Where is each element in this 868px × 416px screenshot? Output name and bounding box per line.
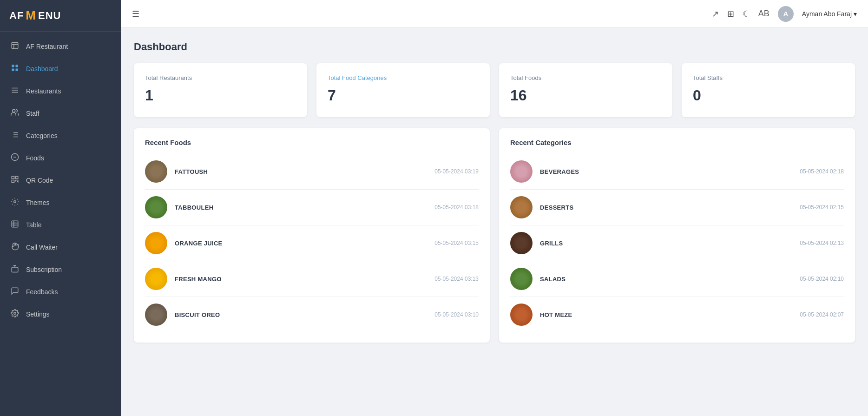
food-name: FATTOUSH bbox=[175, 168, 427, 175]
sidebar-item-label: Themes bbox=[26, 199, 50, 206]
sidebar-item-label: Foods bbox=[26, 154, 44, 162]
page-title: Dashboard bbox=[134, 41, 855, 53]
category-avatar bbox=[510, 196, 533, 218]
svg-rect-4 bbox=[16, 69, 18, 71]
svg-point-19 bbox=[14, 312, 16, 315]
user-name[interactable]: Ayman Abo Faraj ▾ bbox=[802, 10, 857, 18]
category-date: 05-05-2024 02:18 bbox=[800, 168, 844, 175]
recent-categories-title: Recent Categories bbox=[510, 139, 844, 146]
sidebar-item-label: Staff bbox=[26, 110, 39, 117]
sidebar-item-restaurants[interactable]: Restaurants bbox=[0, 80, 121, 102]
table-icon bbox=[10, 220, 20, 230]
category-avatar bbox=[510, 268, 533, 290]
sidebar: AFMENU AF RestaurantDashboardRestaurants… bbox=[0, 0, 121, 416]
svg-point-16 bbox=[14, 201, 16, 203]
sidebar-item-label: QR Code bbox=[26, 177, 53, 184]
category-name: DESSERTS bbox=[540, 204, 792, 211]
svg-rect-1 bbox=[12, 65, 14, 67]
sidebar-item-af-restaurant[interactable]: AF Restaurant bbox=[0, 35, 121, 58]
sidebar-item-label: Restaurants bbox=[26, 87, 61, 95]
sidebar-item-settings[interactable]: Settings bbox=[0, 303, 121, 325]
sidebar-item-staff[interactable]: Staff bbox=[0, 102, 121, 125]
category-name: HOT MEZE bbox=[540, 311, 792, 318]
sidebar-item-categories[interactable]: Categories bbox=[0, 125, 121, 147]
sidebar-item-label: Settings bbox=[26, 310, 50, 318]
recent-foods-card: Recent Foods FATTOUSH 05-05-2024 03:19 T… bbox=[134, 128, 490, 343]
sidebar-item-label: Dashboard bbox=[26, 65, 58, 73]
stat-label-restaurants: Total Restaurants bbox=[145, 74, 296, 81]
header-right: ↗ ⊞ ☾ AB A Ayman Abo Faraj ▾ bbox=[712, 6, 857, 22]
sidebar-item-feedbacks[interactable]: Feedbacks bbox=[0, 281, 121, 303]
category-name: GRILLS bbox=[540, 240, 792, 247]
list-item[interactable]: BEVERAGES 05-05-2024 02:18 bbox=[510, 154, 844, 190]
food-avatar bbox=[145, 160, 167, 183]
stat-card-foods: Total Foods 16 bbox=[499, 63, 672, 117]
stat-card-staffs: Total Staffs 0 bbox=[682, 63, 855, 117]
svg-rect-0 bbox=[12, 42, 18, 49]
sidebar-item-themes[interactable]: Themes bbox=[0, 191, 121, 214]
translate-icon[interactable]: AB bbox=[758, 9, 769, 19]
stat-label-foods: Total Foods bbox=[510, 74, 661, 81]
stat-label-staffs: Total Staffs bbox=[693, 74, 844, 81]
list-item[interactable]: HOT MEZE 05-05-2024 02:07 bbox=[510, 297, 844, 332]
sidebar-item-foods[interactable]: Foods bbox=[0, 147, 121, 169]
food-date: 05-05-2024 03:19 bbox=[434, 168, 479, 175]
svg-rect-15 bbox=[12, 180, 14, 183]
sidebar-item-label: Call Waiter bbox=[26, 244, 58, 251]
logo-enu: ENU bbox=[38, 10, 61, 22]
list-item[interactable]: TABBOULEH 05-05-2024 03:18 bbox=[145, 190, 479, 225]
sidebar-item-table[interactable]: Table bbox=[0, 214, 121, 236]
list-item[interactable]: GRILLS 05-05-2024 02:13 bbox=[510, 225, 844, 261]
stat-value-food_categories: 7 bbox=[328, 87, 479, 104]
list-item[interactable]: SALADS 05-05-2024 02:10 bbox=[510, 261, 844, 297]
sidebar-item-label: Subscription bbox=[26, 266, 62, 273]
table-icon[interactable]: ⊞ bbox=[727, 9, 734, 19]
feedbacks-icon bbox=[10, 287, 20, 297]
dark-mode-icon[interactable]: ☾ bbox=[743, 9, 750, 19]
sidebar-item-dashboard[interactable]: Dashboard bbox=[0, 58, 121, 80]
logo: AFMENU bbox=[0, 0, 121, 32]
list-item[interactable]: DESSERTS 05-05-2024 02:15 bbox=[510, 190, 844, 225]
category-date: 05-05-2024 02:07 bbox=[800, 311, 844, 318]
food-name: FRESH MANGO bbox=[175, 276, 427, 283]
restaurants-icon bbox=[10, 86, 20, 96]
sidebar-item-label: Table bbox=[26, 221, 41, 229]
list-item[interactable]: ORANGE JUICE 05-05-2024 03:15 bbox=[145, 225, 479, 261]
recent-foods-list: FATTOUSH 05-05-2024 03:19 TABBOULEH 05-0… bbox=[145, 154, 479, 332]
svg-rect-3 bbox=[12, 69, 14, 71]
stat-card-food_categories: Total Food Categories 7 bbox=[316, 63, 490, 117]
main-area: ☰ ↗ ⊞ ☾ AB A Ayman Abo Faraj ▾ Dashboard… bbox=[121, 0, 868, 416]
sidebar-item-subscription[interactable]: Subscription bbox=[0, 258, 121, 281]
settings-icon bbox=[10, 309, 20, 319]
list-item[interactable]: BISCUIT OREO 05-05-2024 03:10 bbox=[145, 297, 479, 332]
svg-rect-17 bbox=[12, 221, 18, 227]
recent-foods-title: Recent Foods bbox=[145, 139, 479, 146]
sidebar-item-callwaiter[interactable]: Call Waiter bbox=[0, 236, 121, 258]
header-left: ☰ bbox=[132, 9, 139, 19]
export-icon[interactable]: ↗ bbox=[712, 9, 719, 19]
svg-point-5 bbox=[13, 109, 15, 112]
menu-icon[interactable]: ☰ bbox=[132, 9, 139, 19]
themes-icon bbox=[10, 198, 20, 208]
qrcode-icon bbox=[10, 175, 20, 185]
food-date: 05-05-2024 03:10 bbox=[434, 311, 479, 318]
subscription-icon bbox=[10, 264, 20, 275]
content-area: Dashboard Total Restaurants 1 Total Food… bbox=[121, 28, 868, 416]
dashboard-icon bbox=[10, 64, 20, 74]
sidebar-item-label: AF Restaurant bbox=[26, 43, 68, 50]
foods-icon bbox=[10, 153, 20, 163]
stat-value-foods: 16 bbox=[510, 87, 661, 104]
logo-af: AF bbox=[9, 10, 24, 22]
staff-icon bbox=[10, 108, 20, 119]
food-date: 05-05-2024 03:13 bbox=[434, 276, 479, 282]
recent-categories-list: BEVERAGES 05-05-2024 02:18 DESSERTS 05-0… bbox=[510, 154, 844, 332]
list-item[interactable]: FRESH MANGO 05-05-2024 03:13 bbox=[145, 261, 479, 297]
food-name: ORANGE JUICE bbox=[175, 240, 427, 247]
food-date: 05-05-2024 03:15 bbox=[434, 240, 479, 246]
category-date: 05-05-2024 02:13 bbox=[800, 240, 844, 246]
sidebar-item-qrcode[interactable]: QR Code bbox=[0, 169, 121, 191]
list-item[interactable]: FATTOUSH 05-05-2024 03:19 bbox=[145, 154, 479, 190]
food-name: BISCUIT OREO bbox=[175, 311, 427, 318]
food-avatar bbox=[145, 196, 167, 218]
stat-value-restaurants: 1 bbox=[145, 87, 296, 104]
